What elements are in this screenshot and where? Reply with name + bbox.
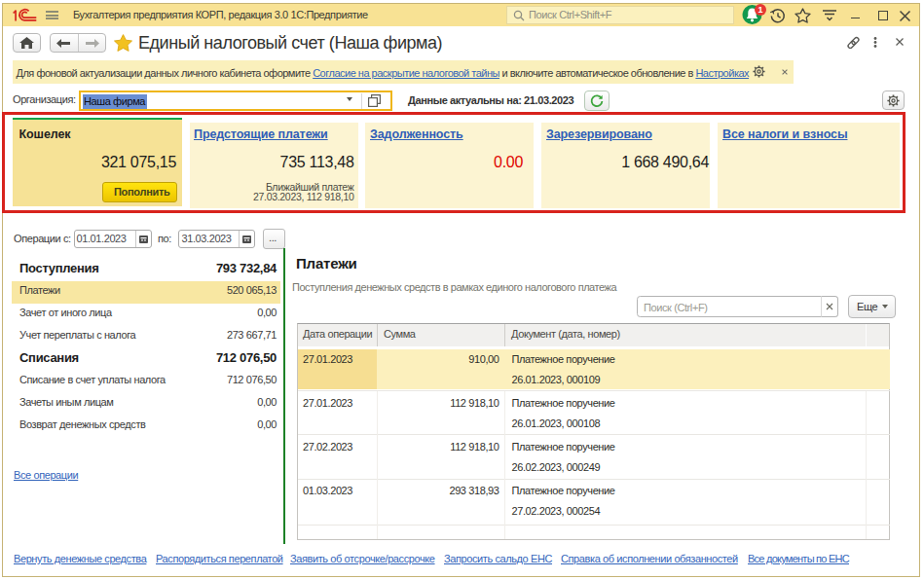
svg-text:1: 1 bbox=[758, 5, 762, 15]
